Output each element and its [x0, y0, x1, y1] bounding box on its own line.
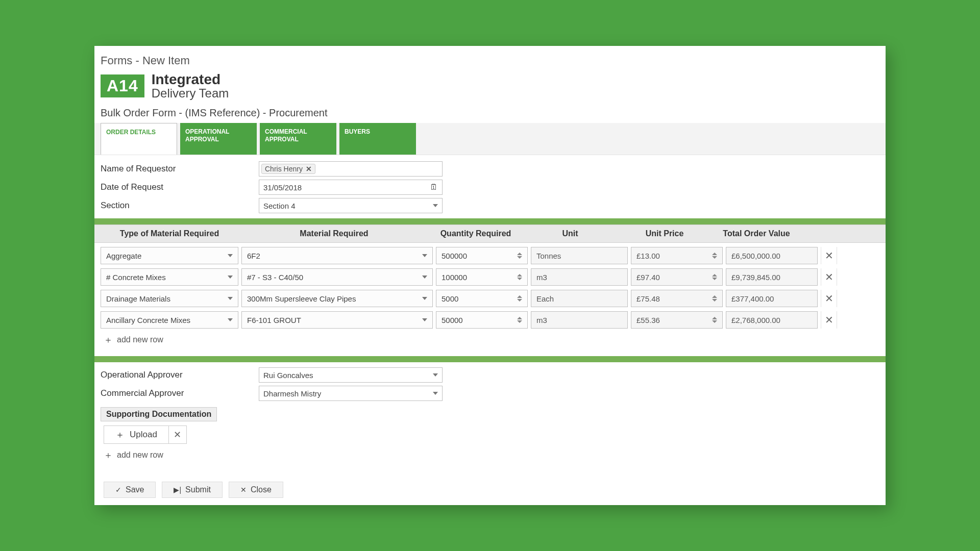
spinner-icon — [712, 317, 717, 323]
quantity-input[interactable]: 50000 — [436, 311, 528, 329]
submit-label: Submit — [185, 485, 211, 494]
calendar-icon[interactable]: 🗓 — [430, 183, 438, 192]
unit-value: Each — [536, 294, 554, 303]
remove-upload-button[interactable]: ✕ — [168, 425, 187, 444]
section-select[interactable]: Section 4 — [259, 198, 443, 213]
tab-order-details[interactable]: ORDER DETAILS — [101, 123, 177, 155]
add-row-label: add new row — [117, 335, 163, 344]
spinner-icon[interactable] — [517, 295, 522, 302]
type-value: Aggregate — [106, 252, 141, 260]
close-icon[interactable]: ✕ — [306, 165, 312, 173]
material-value: 300Mm Supersleeve Clay Pipes — [247, 294, 356, 303]
com-approver-select[interactable]: Dharmesh Mistry — [259, 386, 443, 401]
breadcrumb: Forms - New Item — [94, 52, 886, 72]
table-row: Ancillary Concrete Mixes F6-101 GROUT 50… — [94, 307, 886, 329]
type-select[interactable]: Ancillary Concrete Mixes — [101, 311, 238, 329]
field-section: Section Section 4 — [101, 198, 879, 213]
field-com-approver: Commercial Approver Dharmesh Mistry — [101, 386, 879, 401]
material-select[interactable]: 300Mm Supersleeve Clay Pipes — [241, 290, 433, 307]
delete-row-button[interactable]: ✕ — [821, 247, 837, 264]
material-select[interactable]: 6F2 — [241, 247, 433, 264]
date-value: 31/05/2018 — [263, 183, 302, 192]
close-button[interactable]: ✕ Close — [229, 482, 283, 498]
quantity-input[interactable]: 500000 — [436, 247, 528, 264]
chevron-down-icon — [228, 276, 233, 279]
chevron-down-icon — [228, 318, 233, 321]
date-input[interactable]: 31/05/2018 🗓 — [259, 180, 443, 195]
tab-buyers[interactable]: BUYERS — [339, 123, 416, 155]
close-icon: ✕ — [825, 292, 834, 305]
spinner-icon[interactable] — [517, 274, 522, 280]
unit-price-field: £13.00 — [631, 247, 723, 264]
close-icon: ✕ — [825, 271, 834, 283]
brand-line2: Delivery Team — [152, 87, 229, 100]
materials-table-header: Type of Material Required Material Requi… — [94, 224, 886, 243]
chevron-down-icon — [422, 276, 427, 279]
unit-price-field: £75.48 — [631, 290, 723, 307]
submit-button[interactable]: ▶| Submit — [162, 482, 222, 498]
plus-icon: ＋ — [115, 429, 125, 441]
date-label: Date of Request — [101, 182, 259, 192]
unit-field: Each — [531, 290, 628, 307]
delete-row-button[interactable]: ✕ — [821, 268, 837, 286]
unit-value: Tonnes — [536, 252, 561, 260]
type-select[interactable]: # Concrete Mixes — [101, 268, 238, 286]
requestor-input[interactable]: Chris Henry ✕ — [259, 161, 443, 177]
spinner-icon[interactable] — [517, 317, 522, 323]
add-new-row-button[interactable]: ＋ add new row — [94, 329, 886, 351]
total-value: £377,400.00 — [731, 294, 774, 303]
price-value: £75.48 — [636, 294, 660, 303]
upload-button[interactable]: ＋ Upload — [104, 425, 169, 444]
form-body: Name of Requestor Chris Henry ✕ Date of … — [94, 155, 886, 213]
type-value: # Concrete Mixes — [106, 273, 166, 282]
unit-field: Tonnes — [531, 247, 628, 264]
upload-row: ＋ Upload ✕ — [94, 421, 886, 444]
material-select[interactable]: F6-101 GROUT — [241, 311, 433, 329]
type-select[interactable]: Aggregate — [101, 247, 238, 264]
chevron-down-icon — [433, 204, 438, 207]
unit-field: m3 — [531, 311, 628, 329]
op-approver-select[interactable]: Rui Goncalves — [259, 367, 443, 383]
chevron-down-icon — [228, 254, 233, 257]
delete-row-button[interactable]: ✕ — [821, 311, 837, 329]
com-approver-label: Commercial Approver — [101, 388, 259, 398]
tab-commercial-approval[interactable]: COMMERCIAL APPROVAL — [260, 123, 336, 155]
requestor-chip-text: Chris Henry — [265, 165, 303, 173]
col-material: Material Required — [238, 227, 430, 240]
separator-bar-2 — [94, 356, 886, 362]
total-value: £6,500,000.00 — [731, 252, 780, 260]
spinner-icon[interactable] — [517, 253, 522, 259]
delete-row-button[interactable]: ✕ — [821, 290, 837, 307]
chevron-down-icon — [433, 373, 438, 377]
quantity-input[interactable]: 5000 — [436, 290, 528, 307]
qty-value: 5000 — [442, 294, 458, 303]
action-bar: ✓ Save ▶| Submit ✕ Close — [94, 466, 886, 505]
material-select[interactable]: #7 - S3 - C40/50 — [241, 268, 433, 286]
chevron-down-icon — [228, 297, 233, 300]
tab-operational-approval[interactable]: OPERATIONAL APPROVAL — [180, 123, 257, 155]
price-value: £55.36 — [636, 316, 660, 324]
brand-line1: Integrated — [152, 72, 229, 87]
tabstrip: ORDER DETAILS OPERATIONAL APPROVAL COMME… — [94, 123, 886, 155]
save-button[interactable]: ✓ Save — [104, 482, 156, 498]
separator-bar — [94, 218, 886, 224]
total-value: £2,768,000.00 — [731, 316, 780, 324]
add-new-doc-row-button[interactable]: ＋ add new row — [94, 444, 886, 466]
col-price: Unit Price — [619, 227, 710, 240]
qty-value: 50000 — [442, 316, 463, 324]
qty-value: 500000 — [442, 252, 467, 260]
field-requestor: Name of Requestor Chris Henry ✕ — [101, 161, 879, 177]
quantity-input[interactable]: 100000 — [436, 268, 528, 286]
form-window: Forms - New Item A14 Integrated Delivery… — [94, 46, 886, 505]
type-select[interactable]: Drainage Materials — [101, 290, 238, 307]
material-value: 6F2 — [247, 252, 260, 260]
close-icon: ✕ — [825, 314, 834, 326]
unit-field: m3 — [531, 268, 628, 286]
total-field: £9,739,845.00 — [726, 268, 818, 286]
requestor-chip[interactable]: Chris Henry ✕ — [261, 164, 315, 174]
plus-icon: ＋ — [104, 449, 113, 461]
table-row: Drainage Materials 300Mm Supersleeve Cla… — [94, 286, 886, 307]
col-type: Type of Material Required — [101, 227, 238, 240]
spinner-icon — [712, 274, 717, 280]
brand-badge: A14 — [101, 74, 144, 97]
